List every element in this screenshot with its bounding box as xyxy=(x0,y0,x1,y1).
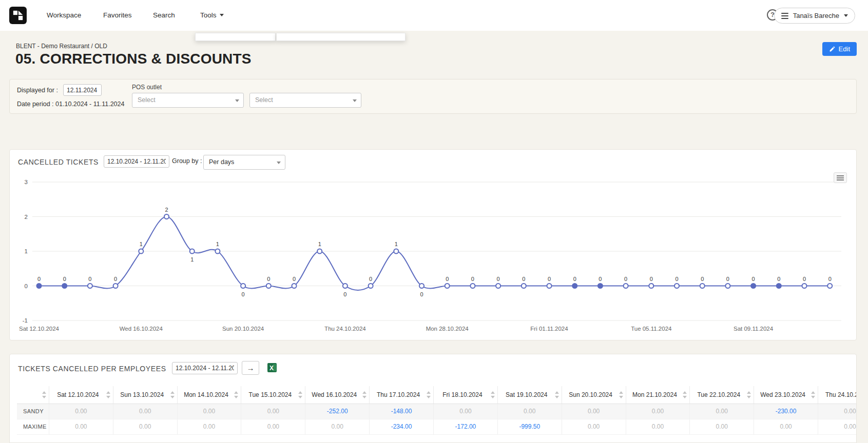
value-cell: -172.00 xyxy=(433,419,497,434)
date-column-header[interactable]: Sun 20.10.2024 xyxy=(562,386,626,404)
chart-point[interactable] xyxy=(113,284,118,288)
value-cell: 0.00 xyxy=(113,419,177,434)
date-column-header[interactable]: Wed 23.10.2024 xyxy=(754,386,818,404)
date-column-header[interactable]: Thu 17.10.2024 xyxy=(370,386,434,404)
tools-dropdown-menu xyxy=(195,33,276,41)
date-column-header[interactable]: Mon 14.10.2024 xyxy=(177,386,241,404)
user-menu-button[interactable]: Tanaïs Bareche xyxy=(774,8,855,24)
chart-point[interactable] xyxy=(674,284,679,288)
caret-down-icon xyxy=(277,162,281,164)
chart-point[interactable] xyxy=(496,284,500,288)
chart-context-menu-icon[interactable] xyxy=(834,172,847,183)
chart-point[interactable] xyxy=(751,284,756,288)
chart-point[interactable] xyxy=(139,249,143,254)
chart-point[interactable] xyxy=(292,284,297,288)
value-cell: 0.00 xyxy=(754,419,818,434)
chart-point[interactable] xyxy=(470,284,475,288)
value-cell: 0.00 xyxy=(818,419,856,434)
chart-point[interactable] xyxy=(419,284,424,288)
value-cell: 0.00 xyxy=(626,404,690,419)
displayed-for-input[interactable] xyxy=(63,84,102,96)
chart-point[interactable] xyxy=(317,249,322,254)
chart-point[interactable] xyxy=(572,284,577,288)
svg-text:0: 0 xyxy=(828,276,832,282)
sort-icon[interactable] xyxy=(42,391,47,398)
sort-icon[interactable] xyxy=(555,391,560,398)
chart-point[interactable] xyxy=(62,284,67,288)
chart-point[interactable] xyxy=(547,284,552,288)
chart-point[interactable] xyxy=(522,284,526,288)
sort-icon[interactable] xyxy=(298,391,303,398)
breadcrumb[interactable]: BLENT - Demo Restaurant / OLD xyxy=(16,43,107,50)
blent-logo[interactable] xyxy=(9,7,27,24)
sort-icon[interactable] xyxy=(491,391,495,398)
sort-icon[interactable] xyxy=(811,391,816,398)
chart-point[interactable] xyxy=(190,249,195,254)
chart-point[interactable] xyxy=(445,284,450,288)
chart-point[interactable] xyxy=(598,284,603,288)
group-by-select[interactable]: Per days xyxy=(203,155,285,170)
apply-range-button[interactable]: → xyxy=(242,361,259,375)
chart-point[interactable] xyxy=(777,284,781,288)
sort-icon[interactable] xyxy=(234,391,239,398)
sort-icon[interactable] xyxy=(362,391,367,398)
sort-icon[interactable] xyxy=(427,391,431,398)
svg-text:0: 0 xyxy=(803,276,806,282)
svg-text:0: 0 xyxy=(777,276,780,282)
chart-point[interactable] xyxy=(827,284,832,288)
date-column-header[interactable]: Tue 22.10.2024 xyxy=(690,386,754,404)
second-filter-select[interactable]: Select xyxy=(249,93,361,108)
date-column-header[interactable]: Sat 19.10.2024 xyxy=(497,386,562,404)
svg-text:1: 1 xyxy=(25,248,28,254)
chart-point[interactable] xyxy=(215,249,220,254)
nav-item-search[interactable]: Search xyxy=(153,11,175,19)
date-column-header[interactable]: Wed 16.10.2024 xyxy=(305,386,370,404)
svg-text:Thu 24.10.2024: Thu 24.10.2024 xyxy=(324,326,366,332)
svg-text:0: 0 xyxy=(701,276,704,282)
sort-icon[interactable] xyxy=(683,391,687,398)
svg-text:Fri 01.11.2024: Fri 01.11.2024 xyxy=(530,326,568,332)
pos-outlet-label: POS outlet xyxy=(132,84,162,91)
svg-text:0: 0 xyxy=(420,291,423,297)
chart-point[interactable] xyxy=(725,284,730,288)
nav-item-favorites[interactable]: Favorites xyxy=(103,11,132,19)
date-column-header[interactable]: Sun 13.10.2024 xyxy=(113,386,177,404)
svg-text:0: 0 xyxy=(548,276,551,282)
edit-button[interactable]: Edit xyxy=(822,42,857,56)
chart-point[interactable] xyxy=(164,214,169,219)
svg-text:Tue 05.11.2024: Tue 05.11.2024 xyxy=(631,326,672,332)
chart-point[interactable] xyxy=(37,284,42,288)
excel-icon: X xyxy=(267,363,277,373)
table-date-range-input[interactable] xyxy=(172,362,238,374)
date-column-header[interactable]: Thu 24.10.2024 xyxy=(818,386,856,404)
date-column-header[interactable]: Sat 12.10.2024 xyxy=(49,386,113,404)
chart-point[interactable] xyxy=(369,284,373,288)
svg-text:Mon 28.10.2024: Mon 28.10.2024 xyxy=(426,326,469,332)
chart-point[interactable] xyxy=(649,284,653,288)
chart-point[interactable] xyxy=(266,284,271,288)
chart-point[interactable] xyxy=(394,249,398,254)
sort-icon[interactable] xyxy=(619,391,624,398)
excel-export-button[interactable]: X xyxy=(267,363,277,373)
chart-point[interactable] xyxy=(700,284,705,288)
employee-column-header[interactable] xyxy=(17,386,49,404)
sort-icon[interactable] xyxy=(747,391,751,398)
svg-text:0: 0 xyxy=(37,276,41,282)
nav-item-tools[interactable]: Tools xyxy=(200,11,224,19)
date-period-label-text: Date period : xyxy=(17,100,54,108)
chart-point[interactable] xyxy=(241,284,245,288)
date-column-header[interactable]: Tue 15.10.2024 xyxy=(241,386,305,404)
sort-icon[interactable] xyxy=(106,391,111,398)
sort-icon[interactable] xyxy=(170,391,175,398)
chart-point[interactable] xyxy=(624,284,628,288)
date-column-header[interactable]: Mon 21.10.2024 xyxy=(626,386,690,404)
table-row: SANDY0.000.000.000.00-252.00-148.000.000… xyxy=(17,404,856,419)
chart-point[interactable] xyxy=(343,284,348,288)
chart-point[interactable] xyxy=(88,284,92,288)
nav-item-workspace[interactable]: Workspace xyxy=(47,11,81,19)
pos-outlet-select[interactable]: Select xyxy=(132,93,244,108)
chart-date-range-input[interactable] xyxy=(104,155,169,168)
chart-point[interactable] xyxy=(802,284,807,288)
blent-logo-icon xyxy=(12,10,24,21)
date-column-header[interactable]: Fri 18.10.2024 xyxy=(433,386,497,404)
